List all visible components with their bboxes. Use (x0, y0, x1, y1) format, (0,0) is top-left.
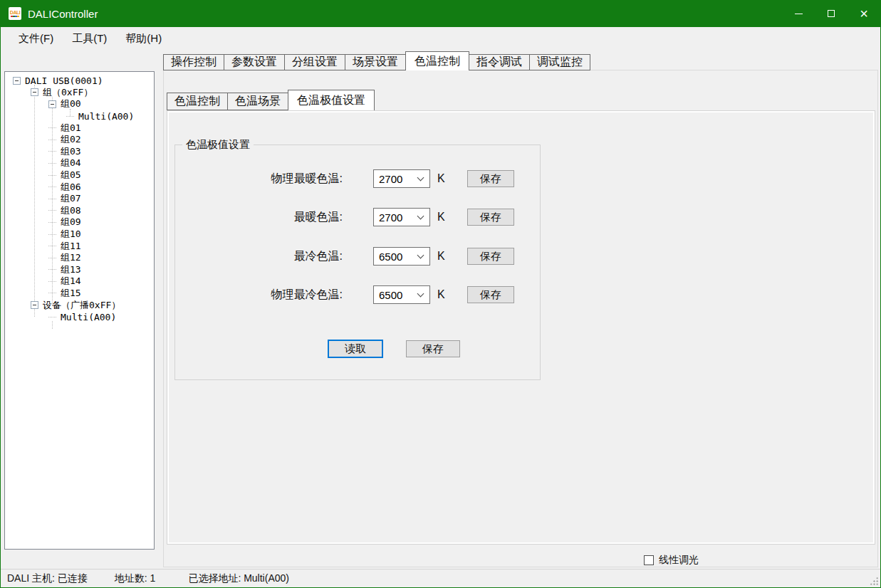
minimize-button[interactable] (782, 0, 815, 27)
tree-item-label: 组07 (61, 192, 81, 205)
coolest-save-button[interactable]: 保存 (467, 248, 514, 265)
tree-item[interactable]: Multi(A00) (5, 110, 154, 122)
tree-stub-line (48, 151, 56, 152)
coolest-combo[interactable]: 6500 (373, 247, 430, 266)
device-tree-panel: DALI USB(0001)组（0xFF）组00Multi(A00)组01组02… (4, 71, 155, 550)
menu-file[interactable]: 文件(F) (9, 27, 63, 51)
tree-item[interactable]: 组07 (5, 193, 154, 205)
tree-item-label: 组（0xFF） (43, 86, 93, 99)
collapse-minus-icon[interactable] (31, 301, 38, 309)
sub-tab-0[interactable]: 色温控制 (167, 93, 228, 110)
tree-stub-line (48, 281, 56, 282)
menu-help[interactable]: 帮助(H) (116, 27, 171, 51)
app-icon: DALI (9, 7, 21, 20)
main-tab-5[interactable]: 指令调试 (469, 54, 530, 70)
tree-item[interactable]: DALI USB(0001) (5, 75, 154, 87)
collapse-minus-icon[interactable] (13, 77, 21, 85)
tree-item[interactable]: 组10 (5, 229, 154, 241)
tree-item-label: 组13 (61, 263, 81, 276)
tree-stub-line (48, 269, 56, 270)
menu-tools[interactable]: 工具(T) (63, 27, 116, 51)
physical-coolest-value: 6500 (374, 289, 418, 301)
tree-item-label: 组00 (61, 98, 81, 110)
tree-item[interactable]: 组13 (5, 264, 154, 276)
coolest-label: 最冷色温: (175, 249, 343, 264)
physical-coolest-label: 物理最冷色温: (175, 288, 343, 303)
tree-stub-line (48, 199, 56, 199)
chevron-down-icon[interactable] (417, 290, 424, 297)
tree-item-label: 组09 (61, 216, 81, 229)
main-tab-3[interactable]: 场景设置 (345, 54, 406, 70)
main-tab-4[interactable]: 色温控制 (405, 51, 469, 70)
collapse-minus-icon[interactable] (48, 100, 56, 108)
tree-item-label: Multi(A00) (78, 111, 134, 122)
cct-extremes-groupbox: 色温极值设置 物理最暖色温:2700K保存最暖色温:2700K保存最冷色温:65… (174, 145, 541, 380)
cct-sub-tab-strip: 色温控制色温场景色温极值设置 (167, 90, 374, 110)
tree-item[interactable]: 设备（广播0xFF） (5, 299, 154, 311)
tree-item[interactable]: 组08 (5, 205, 154, 217)
read-button[interactable]: 读取 (328, 340, 383, 358)
chevron-down-icon[interactable] (417, 174, 424, 181)
main-tab-2[interactable]: 分组设置 (284, 54, 345, 70)
physical-coolest-save-button[interactable]: 保存 (467, 286, 514, 303)
menu-bar: 文件(F)工具(T)帮助(H) (1, 27, 880, 51)
resize-grip[interactable] (869, 576, 878, 585)
tree-item[interactable]: 组11 (5, 240, 154, 252)
tree-stub-line (66, 116, 74, 117)
tree-item[interactable]: 组09 (5, 216, 154, 229)
tree-item[interactable]: 组01 (5, 122, 154, 134)
chevron-down-icon[interactable] (417, 251, 424, 258)
status-selected-address: 已选择地址: Multi(A00) (188, 572, 289, 585)
tree-stub-line (48, 163, 56, 164)
maximize-button[interactable] (815, 0, 848, 27)
physical-coolest-row: 物理最冷色温:6500K保存 (175, 285, 540, 304)
tree-item-label: 组05 (61, 169, 81, 182)
tree-item-label: 组11 (61, 240, 81, 253)
checkbox-box[interactable] (644, 555, 654, 565)
physical-warmest-save-button[interactable]: 保存 (467, 170, 514, 187)
tree-item[interactable]: 组14 (5, 275, 154, 288)
status-host-connection: DALI 主机: 已连接 (7, 572, 88, 585)
tree-item-label: 组08 (61, 204, 81, 217)
tree-item[interactable]: 组05 (5, 169, 154, 182)
main-tab-6[interactable]: 调试监控 (529, 54, 590, 70)
unit-label: K (437, 288, 446, 301)
tree-item-label: DALI USB(0001) (25, 75, 103, 86)
warmest-save-button[interactable]: 保存 (467, 209, 514, 226)
tree-item[interactable]: Multi(A00) (5, 311, 154, 323)
main-tab-0[interactable]: 操作控制 (163, 54, 224, 70)
warmest-value: 2700 (374, 211, 418, 224)
tree-item[interactable]: 组15 (5, 288, 154, 300)
sub-tab-1[interactable]: 色温场景 (227, 93, 288, 110)
close-button[interactable]: × (848, 0, 880, 27)
linear-dimming-checkbox[interactable]: 线性调光 (644, 553, 699, 567)
tree-item[interactable]: 组06 (5, 181, 154, 193)
tree-item[interactable]: 组02 (5, 134, 154, 146)
physical-coolest-combo[interactable]: 6500 (373, 285, 430, 304)
tree-item-label: Multi(A00) (61, 312, 116, 322)
action-row: 读取 保存 (175, 340, 540, 358)
physical-warmest-value: 2700 (374, 173, 418, 185)
title-bar: DALI DALIController × (1, 0, 880, 27)
tree-item[interactable]: 组03 (5, 146, 154, 158)
tree-item-label: 组14 (61, 275, 81, 288)
chevron-down-icon[interactable] (417, 212, 424, 219)
collapse-minus-icon[interactable] (31, 88, 38, 96)
tree-item[interactable]: 组12 (5, 252, 154, 264)
tree-item[interactable]: 组（0xFF） (5, 87, 154, 99)
window-title: DALIController (28, 8, 782, 20)
physical-warmest-combo[interactable]: 2700 (373, 169, 430, 188)
tree-stub-line (48, 258, 56, 258)
unit-label: K (437, 172, 446, 185)
main-tab-1[interactable]: 参数设置 (224, 54, 285, 70)
warmest-combo[interactable]: 2700 (373, 208, 430, 226)
tree-item-label: 组10 (61, 228, 81, 241)
tree-item-label: 设备（广播0xFF） (43, 299, 120, 312)
tree-item-label: 组02 (61, 133, 81, 146)
save-all-button[interactable]: 保存 (406, 340, 460, 357)
tree-item[interactable]: 组00 (5, 98, 154, 110)
tree-item-label: 组04 (61, 157, 81, 169)
tree-item[interactable]: 组04 (5, 157, 154, 169)
sub-tab-2[interactable]: 色温极值设置 (288, 90, 375, 110)
coolest-value: 6500 (374, 251, 418, 263)
